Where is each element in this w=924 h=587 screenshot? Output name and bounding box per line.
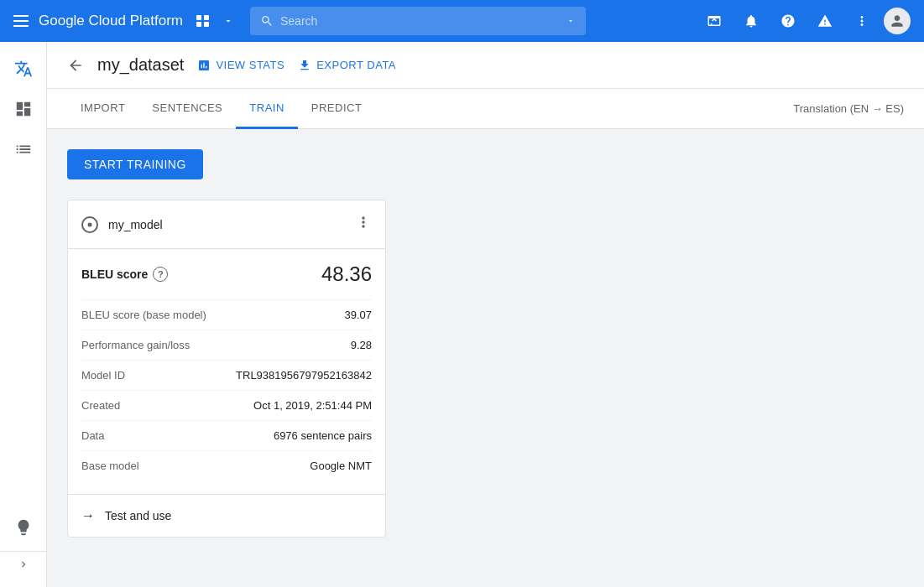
bleu-help-icon[interactable]: ?	[153, 267, 168, 282]
translation-label: Translation (EN → ES)	[793, 102, 904, 115]
model-id-label: Model ID	[81, 369, 125, 382]
help-icon[interactable]	[773, 6, 803, 36]
bleu-base-label: BLEU score (base model)	[81, 309, 206, 321]
model-card-header: my_model	[68, 200, 385, 249]
export-data-button[interactable]: EXPORT DATA	[298, 59, 396, 72]
more-vert-icon[interactable]	[847, 6, 877, 36]
sidebar-expand[interactable]	[0, 551, 46, 577]
created-row: Created Oct 1, 2019, 2:51:44 PM	[81, 390, 372, 420]
tabs-row: IMPORT SENTENCES TRAIN PREDICT Translati…	[47, 89, 924, 129]
model-name: my_model	[108, 218, 345, 231]
view-stats-label: VIEW STATS	[216, 59, 285, 71]
tab-import[interactable]: IMPORT	[67, 89, 138, 129]
model-card: my_model BLEU score ? 48.36 BLEU s	[67, 200, 386, 538]
base-model-value: Google NMT	[310, 460, 372, 472]
model-id-value: TRL9381956797952163842	[236, 369, 372, 382]
performance-row: Performance gain/loss 9.28	[81, 330, 372, 360]
bleu-score-value: 48.36	[321, 262, 372, 286]
content-header: my_dataset VIEW STATS EXPORT DATA	[47, 42, 924, 89]
sidebar-icon-translate[interactable]	[7, 52, 40, 86]
test-and-use-label: Test and use	[105, 509, 171, 522]
top-navigation-bar: Google Cloud Platform	[0, 0, 924, 42]
export-data-label: EXPORT DATA	[316, 59, 396, 71]
main-layout: my_dataset VIEW STATS EXPORT DATA IMPORT…	[0, 42, 924, 587]
dataset-title: my_dataset	[97, 55, 184, 75]
tab-sentences[interactable]: SENTENCES	[138, 89, 236, 129]
bleu-base-value: 39.07	[344, 309, 372, 321]
base-model-row: Base model Google NMT	[81, 450, 372, 481]
terminal-icon[interactable]	[699, 6, 729, 36]
bleu-score-label: BLEU score ?	[81, 267, 168, 282]
performance-value: 9.28	[351, 339, 372, 351]
arrow-right-icon: →	[81, 508, 95, 523]
data-row: Data 6976 sentence pairs	[81, 420, 372, 450]
main-content: my_dataset VIEW STATS EXPORT DATA IMPORT…	[47, 42, 924, 587]
model-card-body: BLEU score ? 48.36 BLEU score (base mode…	[68, 249, 385, 494]
apps-icon[interactable]	[196, 15, 210, 27]
back-button[interactable]	[67, 57, 84, 74]
data-value: 6976 sentence pairs	[274, 429, 372, 442]
content-area: START TRAINING my_model BLEU score	[47, 129, 924, 558]
start-training-button[interactable]: START TRAINING	[67, 149, 203, 179]
model-id-row: Model ID TRL9381956797952163842	[81, 360, 372, 390]
tab-train[interactable]: TRAIN	[236, 89, 298, 129]
sidebar-icon-list[interactable]	[7, 132, 40, 166]
dropdown-arrow-icon[interactable]	[223, 16, 233, 26]
tab-predict[interactable]: PREDICT	[298, 89, 376, 129]
base-model-label: Base model	[81, 460, 139, 472]
created-label: Created	[81, 399, 120, 412]
performance-label: Performance gain/loss	[81, 339, 190, 351]
sidebar-icon-lightbulb[interactable]	[7, 511, 40, 544]
search-icon	[260, 14, 274, 28]
bleu-base-row: BLEU score (base model) 39.07	[81, 299, 372, 330]
created-value: Oct 1, 2019, 2:51:44 PM	[253, 399, 372, 412]
sidebar	[0, 42, 47, 587]
search-dropdown-icon[interactable]	[566, 16, 576, 26]
bleu-score-row: BLEU score ? 48.36	[81, 262, 372, 286]
model-status-icon	[81, 216, 98, 233]
menu-icon[interactable]	[13, 15, 29, 27]
test-and-use-button[interactable]: → Test and use	[68, 494, 385, 537]
data-label: Data	[81, 429, 104, 442]
model-menu-button[interactable]	[355, 214, 372, 235]
view-stats-button[interactable]: VIEW STATS	[197, 59, 285, 72]
top-bar-actions	[699, 6, 911, 36]
svg-point-0	[88, 222, 92, 226]
alert-icon[interactable]	[810, 6, 840, 36]
search-input[interactable]	[280, 14, 559, 28]
app-title: Google Cloud Platform	[39, 13, 183, 29]
notifications-icon[interactable]	[736, 6, 766, 36]
search-bar	[250, 7, 586, 35]
sidebar-icon-dashboard[interactable]	[7, 92, 40, 126]
avatar[interactable]	[884, 8, 911, 34]
